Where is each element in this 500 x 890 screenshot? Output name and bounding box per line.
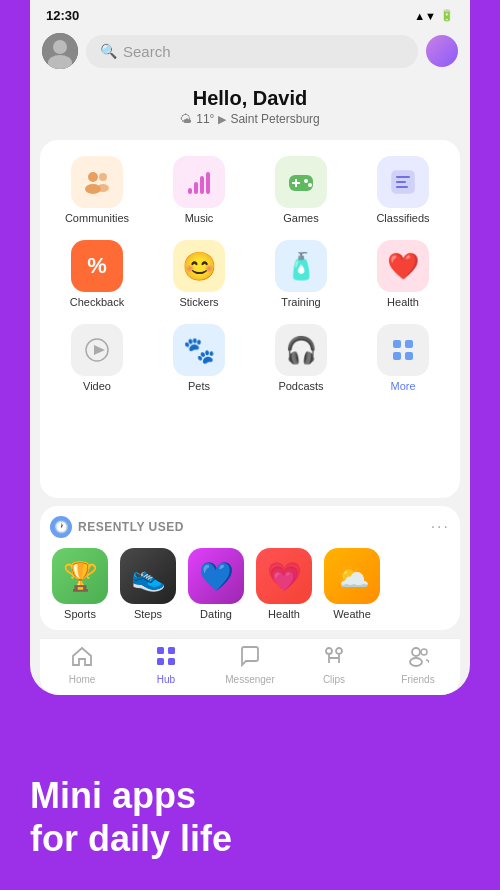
- app-pets[interactable]: 🐾 Pets: [150, 320, 248, 396]
- app-communities[interactable]: Communities: [48, 152, 146, 228]
- status-bar: 12:30 ▲▼ 🔋: [30, 0, 470, 27]
- dating-label: Dating: [200, 608, 232, 620]
- podcasts-label: Podcasts: [278, 380, 323, 392]
- tagline-line1: Mini apps: [30, 774, 470, 817]
- video-label: Video: [83, 380, 111, 392]
- svg-point-1: [53, 40, 67, 54]
- svg-rect-24: [393, 352, 401, 360]
- communities-label: Communities: [65, 212, 129, 224]
- svg-point-35: [412, 648, 420, 656]
- nav-home[interactable]: Home: [40, 645, 124, 685]
- app-health[interactable]: ❤️ Health: [354, 236, 452, 312]
- svg-rect-8: [194, 182, 198, 194]
- recently-menu-button[interactable]: ···: [431, 518, 450, 536]
- main-apps-section: Communities Music: [40, 140, 460, 498]
- svg-rect-17: [396, 176, 410, 178]
- hub-icon: [155, 645, 177, 672]
- sports-icon: 🏆: [52, 548, 108, 604]
- app-more[interactable]: More: [354, 320, 452, 396]
- svg-rect-18: [396, 181, 406, 183]
- svg-point-37: [421, 649, 427, 655]
- mini-app-weather[interactable]: ⛅ Weathe: [322, 548, 382, 620]
- phone-wrapper: 12:30 ▲▼ 🔋 🔍 Search: [0, 0, 500, 890]
- friends-nav-label: Friends: [401, 674, 434, 685]
- svg-point-6: [97, 184, 109, 192]
- recently-title: RESENTLY USED: [78, 520, 184, 534]
- dating-icon: 💙: [188, 548, 244, 604]
- pets-label: Pets: [188, 380, 210, 392]
- nav-friends[interactable]: Friends: [376, 645, 460, 685]
- games-label: Games: [283, 212, 318, 224]
- podcasts-icon: 🎧: [275, 324, 327, 376]
- health-mini-icon: 💗: [256, 548, 312, 604]
- apps-grid: Communities Music: [48, 152, 452, 396]
- mini-app-steps[interactable]: 👟 Steps: [118, 548, 178, 620]
- mini-apps-row: 🏆 Sports 👟 Steps 💙 Dating 💗 Health ⛅: [50, 548, 450, 620]
- mini-app-dating[interactable]: 💙 Dating: [186, 548, 246, 620]
- messenger-nav-label: Messenger: [225, 674, 274, 685]
- app-music[interactable]: Music: [150, 152, 248, 228]
- svg-rect-27: [168, 647, 175, 654]
- more-icon: [377, 324, 429, 376]
- app-video[interactable]: Video: [48, 320, 146, 396]
- profile-avatar[interactable]: [426, 35, 458, 67]
- search-bar[interactable]: 🔍 Search: [86, 35, 418, 68]
- nav-clips[interactable]: Clips: [292, 645, 376, 685]
- svg-rect-7: [188, 188, 192, 194]
- home-nav-label: Home: [69, 674, 96, 685]
- svg-rect-28: [157, 658, 164, 665]
- video-icon: [71, 324, 123, 376]
- temperature: 11°: [196, 112, 214, 126]
- health-mini-label: Health: [268, 608, 300, 620]
- hub-nav-label: Hub: [157, 674, 175, 685]
- svg-point-14: [304, 179, 308, 183]
- mini-app-health[interactable]: 💗 Health: [254, 548, 314, 620]
- location-icon: ▶: [218, 113, 226, 126]
- search-placeholder: Search: [123, 43, 171, 60]
- svg-rect-10: [206, 172, 210, 194]
- recently-used-section: 🕐 RESENTLY USED ··· 🏆 Sports 👟 Steps 💙 D…: [40, 506, 460, 630]
- checkback-label: Checkback: [70, 296, 124, 308]
- top-bar: 🔍 Search: [30, 27, 470, 77]
- svg-rect-25: [405, 352, 413, 360]
- app-classifieds[interactable]: Classifieds: [354, 152, 452, 228]
- weather-icon: 🌤: [180, 112, 192, 126]
- steps-label: Steps: [134, 608, 162, 620]
- mini-app-sports[interactable]: 🏆 Sports: [50, 548, 110, 620]
- stickers-icon: 😊: [173, 240, 225, 292]
- nav-hub[interactable]: Hub: [124, 645, 208, 685]
- svg-rect-23: [405, 340, 413, 348]
- app-games[interactable]: Games: [252, 152, 350, 228]
- app-training[interactable]: 🧴 Training: [252, 236, 350, 312]
- signal-icon: ▲▼: [414, 10, 436, 22]
- avatar[interactable]: [42, 33, 78, 69]
- classifieds-label: Classifieds: [376, 212, 429, 224]
- home-icon: [71, 645, 93, 672]
- app-podcasts[interactable]: 🎧 Podcasts: [252, 320, 350, 396]
- svg-point-36: [410, 658, 422, 666]
- clips-icon: [323, 645, 345, 672]
- nav-messenger[interactable]: Messenger: [208, 645, 292, 685]
- app-checkback[interactable]: % Checkback: [48, 236, 146, 312]
- pets-icon: 🐾: [173, 324, 225, 376]
- phone-card: 12:30 ▲▼ 🔋 🔍 Search: [30, 0, 470, 695]
- app-stickers[interactable]: 😊 Stickers: [150, 236, 248, 312]
- games-icon: [275, 156, 327, 208]
- classifieds-icon: [377, 156, 429, 208]
- status-time: 12:30: [46, 8, 79, 23]
- svg-rect-9: [200, 176, 204, 194]
- city: Saint Petersburg: [230, 112, 319, 126]
- health-icon: ❤️: [377, 240, 429, 292]
- tagline-line2: for daily life: [30, 817, 470, 860]
- clips-nav-label: Clips: [323, 674, 345, 685]
- music-icon: [173, 156, 225, 208]
- stickers-label: Stickers: [179, 296, 218, 308]
- svg-point-31: [336, 648, 342, 654]
- svg-marker-21: [94, 345, 105, 355]
- communities-icon: [71, 156, 123, 208]
- training-label: Training: [281, 296, 320, 308]
- svg-point-15: [308, 183, 312, 187]
- music-label: Music: [185, 212, 214, 224]
- sports-label: Sports: [64, 608, 96, 620]
- svg-point-3: [88, 172, 98, 182]
